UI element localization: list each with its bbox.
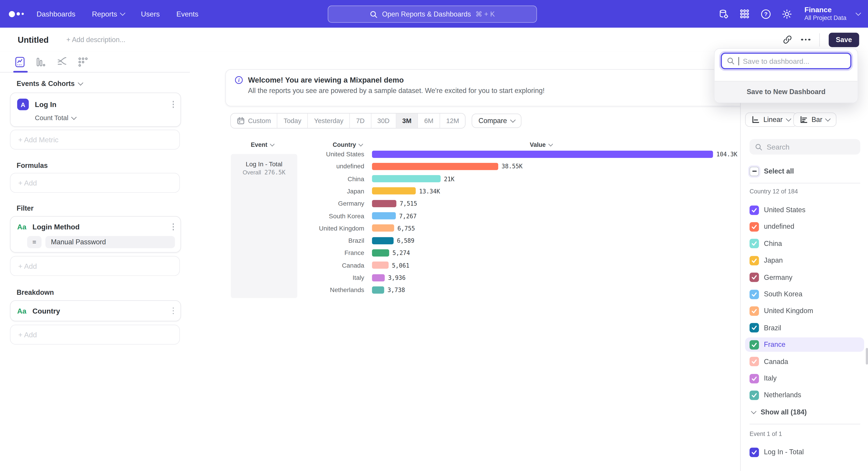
legend-country-row-italy[interactable]: Italy [741,371,868,386]
bar-japan[interactable] [372,187,416,195]
breakdown-menu-icon[interactable] [171,306,175,315]
legend-event-row[interactable]: Log In - Total [741,445,868,460]
bar-brazil[interactable] [372,237,394,244]
country-checkbox-brazil[interactable] [749,323,759,332]
nav-item-users[interactable]: Users [141,10,160,18]
legend-filter-panel: Linear Bar Search Select all Country 12 … [740,52,868,471]
event-column-header[interactable]: Event [251,141,274,148]
report-title[interactable]: Untitled [18,35,49,45]
legend-country-row-united-states[interactable]: United States [741,203,868,217]
bar-value-label: 6,589 [397,237,414,244]
bar-italy[interactable] [372,274,385,281]
nav-item-reports[interactable]: Reports [92,10,124,18]
country-checkbox-china[interactable] [749,239,759,248]
chart-row-brazil: Brazil6,589 [302,234,414,246]
metric-name[interactable]: Log In [35,100,171,109]
bar-united-states[interactable] [372,150,713,158]
legend-country-row-china[interactable]: China [741,236,868,251]
save-dashboard-search-input[interactable]: Save to dashboard... [721,53,851,69]
global-search-button[interactable]: Open Reports & Dashboards ⌘ + K [328,5,537,23]
date-range-12m[interactable]: 12M [440,114,465,128]
bar-china[interactable] [372,175,441,182]
date-range-3m[interactable]: 3M [396,114,418,128]
event-series-panel[interactable]: Log In - Total Overall 276.5K [231,154,297,298]
breakdown-card[interactable]: Aa Country [10,300,181,321]
add-formula-button[interactable]: + Add [10,173,180,193]
legend-country-row-undefined[interactable]: undefined [741,220,868,234]
filter-operator[interactable]: = [27,236,41,248]
country-checkbox-netherlands[interactable] [749,390,759,400]
mixpanel-logo-icon[interactable] [9,11,29,17]
nav-item-dashboards[interactable]: Dashboards [37,10,75,18]
legend-country-row-france[interactable]: France [745,337,864,352]
more-options-icon[interactable] [801,39,810,41]
save-button[interactable]: Save [829,32,859,47]
nav-item-events[interactable]: Events [176,10,198,18]
select-all-row[interactable]: Select all [741,164,868,178]
add-breakdown-button[interactable]: + Add [10,325,180,345]
event-checkbox[interactable] [749,447,759,457]
bar-south-korea[interactable] [372,212,396,219]
project-switcher[interactable]: Finance All Project Data [804,6,846,22]
tab-flows[interactable] [55,55,69,68]
legend-search-input[interactable]: Search [749,139,860,155]
value-column-header[interactable]: Value [530,141,552,148]
country-column-header[interactable]: Country [333,141,362,148]
filter-value[interactable]: Manual Password [45,236,175,248]
filter-card[interactable]: Aa Login Method = Manual Password [10,216,181,253]
save-to-new-dashboard-button[interactable]: Save to New Dashboard [715,81,858,103]
date-range-7d[interactable]: 7D [350,114,371,128]
copy-link-icon[interactable] [783,35,793,45]
date-range-today[interactable]: Today [278,114,308,128]
country-checkbox-france[interactable] [749,340,759,350]
bar-united-kingdom[interactable] [372,225,394,232]
apps-grid-icon[interactable] [739,8,750,20]
legend-country-row-netherlands[interactable]: Netherlands [741,388,868,403]
events-section-header[interactable]: Events & Cohorts [17,80,82,88]
country-checkbox-undefined[interactable] [749,222,759,232]
date-range-30d[interactable]: 30D [371,114,396,128]
bar-france[interactable] [372,249,389,257]
metric-card[interactable]: A Log In Count Total [10,92,181,127]
add-metric-button[interactable]: + Add Metric [10,129,180,150]
date-range-custom[interactable]: Custom [231,114,278,128]
country-checkbox-germany[interactable] [749,273,759,282]
legend-country-row-south-korea[interactable]: South Korea [741,287,868,301]
legend-country-row-canada[interactable]: Canada [741,354,868,369]
tab-retention[interactable] [76,55,90,68]
bar-germany[interactable] [372,200,397,207]
legend-country-row-united-kingdom[interactable]: United Kingdom [741,304,868,318]
help-icon[interactable]: ? [760,8,771,20]
tab-insights[interactable] [13,55,27,68]
settings-gear-icon[interactable] [781,8,792,20]
add-filter-button[interactable]: + Add [10,256,180,276]
legend-country-row-germany[interactable]: Germany [741,270,868,285]
country-checkbox-south-korea[interactable] [749,290,759,299]
scrollbar-thumb[interactable] [866,348,868,364]
data-management-icon[interactable] [718,8,729,20]
bar-undefined[interactable] [372,163,498,170]
metric-aggregation[interactable]: Count Total [35,114,180,122]
filter-menu-icon[interactable] [171,222,175,231]
add-description-field[interactable]: + Add description... [66,36,125,43]
country-checkbox-canada[interactable] [749,357,759,366]
country-checkbox-united-kingdom[interactable] [749,306,759,316]
metric-menu-icon[interactable] [171,100,175,109]
bar-canada[interactable] [372,262,389,269]
date-range-yesterday[interactable]: Yesterday [308,114,350,128]
chart-type-button[interactable]: Bar [793,112,837,127]
country-checkbox-italy[interactable] [749,374,759,383]
scale-selector-button[interactable]: Linear [745,112,797,127]
legend-country-row-japan[interactable]: Japan [741,254,868,268]
select-all-checkbox[interactable] [749,167,759,176]
filter-property-name[interactable]: Login Method [33,223,171,231]
tab-funnels[interactable] [34,55,48,68]
legend-country-row-brazil[interactable]: Brazil [741,321,868,335]
date-range-6m[interactable]: 6M [418,114,440,128]
show-all-button[interactable]: Show all (184) [741,405,868,419]
breakdown-property-name[interactable]: Country [33,307,171,315]
bar-netherlands[interactable] [372,286,384,294]
country-checkbox-united-states[interactable] [749,205,759,215]
compare-button[interactable]: Compare [472,114,521,128]
country-checkbox-japan[interactable] [749,256,759,265]
